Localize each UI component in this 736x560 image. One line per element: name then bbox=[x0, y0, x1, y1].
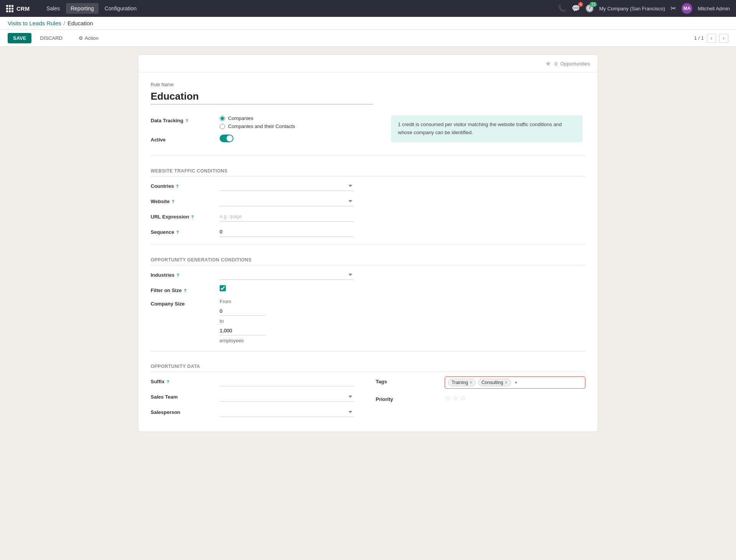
card-body: Rule Name Data Tracking ? bbox=[138, 73, 598, 432]
size-to-value-row bbox=[220, 326, 585, 335]
info-box: 1 credit is consumed per visitor matchin… bbox=[391, 115, 583, 142]
tag-training-remove[interactable]: × bbox=[470, 380, 472, 385]
salesperson-select[interactable] bbox=[220, 407, 354, 417]
app-logo[interactable]: CRM bbox=[6, 5, 36, 12]
form-card: ★ 0 Opportunities Rule Name Data Trackin… bbox=[138, 54, 598, 432]
priority-stars: ☆ ☆ ☆ bbox=[445, 394, 585, 402]
url-expression-label: URL Expression ? bbox=[151, 212, 220, 220]
url-expression-row: URL Expression ? bbox=[151, 212, 585, 222]
industries-help-icon[interactable]: ? bbox=[177, 273, 179, 278]
tracking-section: Data Tracking ? Companies bbox=[151, 115, 585, 148]
suffix-help-icon[interactable]: ? bbox=[167, 379, 169, 384]
rule-name-input[interactable] bbox=[151, 89, 373, 105]
star-1[interactable]: ☆ bbox=[445, 394, 451, 402]
sequence-help-icon[interactable]: ? bbox=[176, 230, 179, 235]
radio-companies-label: Companies bbox=[228, 115, 253, 121]
divider-2 bbox=[151, 245, 585, 245]
data-tracking-help-icon[interactable]: ? bbox=[186, 118, 188, 123]
size-employees-row: employees bbox=[220, 338, 585, 343]
priority-label: Priority bbox=[376, 394, 445, 402]
rule-name-label: Rule Name bbox=[151, 82, 585, 87]
prev-button[interactable]: ‹ bbox=[707, 34, 716, 43]
menu-item-configuration[interactable]: Configuration bbox=[100, 3, 141, 14]
tracking-right: 1 credit is consumed per visitor matchin… bbox=[376, 115, 585, 148]
star-3[interactable]: ☆ bbox=[460, 394, 466, 402]
sequence-field bbox=[220, 227, 585, 237]
tags-dropdown-icon[interactable]: ▾ bbox=[515, 380, 517, 385]
radio-companies[interactable]: Companies bbox=[220, 115, 360, 121]
opportunity-conditions-title: Opportunity Generation Conditions bbox=[151, 257, 585, 265]
size-from-input[interactable] bbox=[220, 307, 266, 316]
countries-help-icon[interactable]: ? bbox=[176, 184, 179, 189]
active-row: Active bbox=[151, 135, 360, 143]
countries-label: Countries ? bbox=[151, 181, 220, 189]
tags-row: Tags Training × Consulting × bbox=[376, 376, 585, 389]
top-menu: Sales Reporting Configuration bbox=[42, 3, 141, 14]
menu-item-reporting[interactable]: Reporting bbox=[66, 3, 99, 14]
sales-team-row: Sales Team bbox=[151, 392, 360, 402]
action-label: Action bbox=[85, 35, 99, 41]
website-row: Website ? bbox=[151, 196, 585, 206]
breadcrumb-parent[interactable]: Visits to Leads Rules bbox=[8, 20, 61, 26]
active-field bbox=[220, 135, 360, 142]
company-size-fields: From to employ bbox=[220, 299, 585, 343]
tags-container[interactable]: Training × Consulting × ▾ bbox=[445, 376, 585, 389]
suffix-row: Suffix ? bbox=[151, 376, 360, 386]
size-from-value-row bbox=[220, 307, 585, 316]
opportunities-widget[interactable]: ★ 0 Opportunities bbox=[545, 59, 590, 68]
company-name: My Company (San Francisco) bbox=[599, 6, 665, 11]
star-2[interactable]: ☆ bbox=[452, 394, 458, 402]
tag-consulting: Consulting × bbox=[478, 379, 511, 386]
radio-companies-contacts[interactable]: Companies and their Contacts bbox=[220, 123, 360, 129]
radio-companies-input[interactable] bbox=[220, 116, 225, 121]
sales-team-field bbox=[220, 392, 360, 402]
support-icon[interactable]: 📞 bbox=[558, 4, 566, 13]
sales-team-select[interactable] bbox=[220, 392, 354, 402]
sequence-row: Sequence ? bbox=[151, 227, 585, 237]
salesperson-field bbox=[220, 407, 360, 417]
industries-row: Industries ? bbox=[151, 270, 585, 280]
suffix-input[interactable] bbox=[220, 376, 354, 386]
discard-button[interactable]: DISCARD bbox=[34, 33, 68, 43]
chat-icon[interactable]: 💬 4 bbox=[572, 4, 580, 13]
size-to-row: to bbox=[220, 318, 585, 324]
active-label: Active bbox=[151, 135, 220, 143]
radio-companies-contacts-input[interactable] bbox=[220, 124, 225, 129]
grid-menu-icon[interactable] bbox=[6, 5, 13, 12]
salesperson-row: Salesperson bbox=[151, 407, 360, 417]
priority-field: ☆ ☆ ☆ bbox=[445, 394, 585, 402]
tag-consulting-remove[interactable]: × bbox=[505, 380, 508, 385]
size-from-label: From bbox=[220, 299, 231, 304]
avatar[interactable]: MA bbox=[682, 3, 692, 14]
countries-row: Countries ? bbox=[151, 181, 585, 191]
size-to-label: to bbox=[220, 318, 224, 324]
countries-select[interactable] bbox=[220, 181, 354, 191]
url-expression-input[interactable] bbox=[220, 212, 354, 222]
size-to-input[interactable] bbox=[220, 326, 266, 335]
filter-size-help-icon[interactable]: ? bbox=[184, 288, 187, 293]
website-help-icon[interactable]: ? bbox=[172, 199, 174, 204]
tag-training: Training × bbox=[448, 379, 476, 386]
opportunity-data-title: Opportunity Data bbox=[151, 364, 585, 372]
sequence-input[interactable] bbox=[220, 227, 354, 237]
url-expression-field bbox=[220, 212, 585, 222]
opportunity-data-grid: Suffix ? Sales Team bbox=[151, 376, 585, 422]
website-select[interactable] bbox=[220, 196, 354, 206]
next-button[interactable]: › bbox=[719, 34, 728, 43]
opp-count: 0 bbox=[554, 61, 557, 67]
activity-icon[interactable]: 🕐 33 bbox=[585, 4, 594, 13]
url-expression-help-icon[interactable]: ? bbox=[191, 215, 194, 219]
active-toggle[interactable] bbox=[220, 135, 233, 142]
app-name[interactable]: CRM bbox=[16, 5, 30, 12]
industries-label: Industries ? bbox=[151, 270, 220, 278]
menu-item-sales[interactable]: Sales bbox=[42, 3, 64, 14]
filter-size-checkbox[interactable] bbox=[220, 285, 226, 291]
action-button[interactable]: ⚙ Action bbox=[79, 35, 99, 41]
filter-size-field bbox=[220, 285, 585, 292]
save-button[interactable]: SAVE bbox=[8, 33, 31, 43]
industries-select[interactable] bbox=[220, 270, 354, 280]
opportunity-conditions-section: Opportunity Generation Conditions Indust… bbox=[151, 257, 585, 343]
star-icon[interactable]: ★ bbox=[545, 59, 551, 68]
tags-field: Training × Consulting × ▾ bbox=[445, 376, 585, 389]
tools-icon[interactable]: ✂ bbox=[670, 4, 676, 13]
